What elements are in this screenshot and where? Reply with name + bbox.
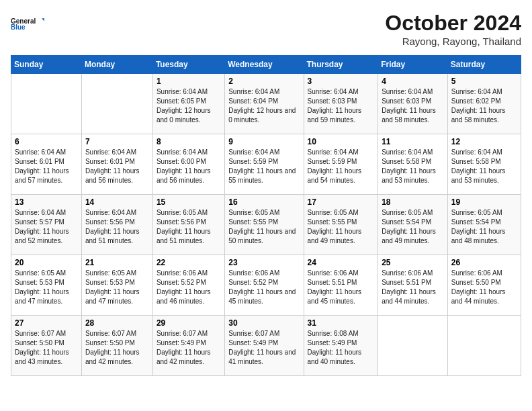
day-daylight: Daylight: 11 hours and 53 minutes. bbox=[382, 167, 436, 184]
day-daylight: Daylight: 11 hours and 58 minutes. bbox=[451, 107, 506, 124]
day-daylight: Daylight: 12 hours and 0 minutes. bbox=[157, 107, 211, 124]
week-row-3: 13 Sunrise: 6:04 AM Sunset: 5:57 PM Dayl… bbox=[11, 195, 521, 255]
day-cell: 11 Sunrise: 6:04 AM Sunset: 5:58 PM Dayl… bbox=[378, 134, 448, 195]
day-daylight: Daylight: 11 hours and 52 minutes. bbox=[15, 228, 69, 244]
week-row-2: 6 Sunrise: 6:04 AM Sunset: 6:01 PM Dayli… bbox=[11, 134, 521, 195]
day-number: 29 bbox=[157, 318, 221, 328]
day-cell: 3 Sunrise: 6:04 AM Sunset: 6:03 PM Dayli… bbox=[304, 74, 378, 134]
header-friday: Friday bbox=[378, 56, 448, 74]
header-tuesday: Tuesday bbox=[152, 56, 224, 74]
day-cell: 19 Sunrise: 6:05 AM Sunset: 5:54 PM Dayl… bbox=[447, 195, 521, 255]
day-sunset: Sunset: 6:04 PM bbox=[228, 97, 278, 105]
day-cell: 10 Sunrise: 6:04 AM Sunset: 5:59 PM Dayl… bbox=[304, 134, 378, 195]
day-daylight: Daylight: 11 hours and 42 minutes. bbox=[85, 349, 140, 365]
day-number: 16 bbox=[228, 197, 300, 207]
day-number: 23 bbox=[228, 258, 300, 267]
day-sunrise: Sunrise: 6:07 AM bbox=[228, 330, 279, 337]
day-cell: 30 Sunrise: 6:07 AM Sunset: 5:49 PM Dayl… bbox=[225, 316, 304, 376]
day-number: 7 bbox=[85, 137, 149, 146]
day-sunrise: Sunrise: 6:06 AM bbox=[451, 269, 502, 277]
day-daylight: Daylight: 12 hours and 0 minutes. bbox=[228, 107, 296, 124]
day-daylight: Daylight: 11 hours and 56 minutes. bbox=[157, 167, 211, 184]
day-daylight: Daylight: 11 hours and 51 minutes. bbox=[85, 228, 140, 244]
day-number: 4 bbox=[382, 77, 444, 86]
day-cell bbox=[378, 316, 448, 376]
day-daylight: Daylight: 11 hours and 47 minutes. bbox=[15, 288, 69, 305]
day-cell bbox=[81, 74, 152, 134]
day-cell: 24 Sunrise: 6:06 AM Sunset: 5:51 PM Dayl… bbox=[304, 255, 378, 316]
day-sunrise: Sunrise: 6:05 AM bbox=[382, 209, 433, 216]
day-daylight: Daylight: 11 hours and 57 minutes. bbox=[15, 167, 69, 184]
day-number: 27 bbox=[15, 318, 78, 328]
day-daylight: Daylight: 11 hours and 46 minutes. bbox=[157, 288, 211, 305]
day-daylight: Daylight: 11 hours and 51 minutes. bbox=[157, 228, 211, 244]
day-cell: 5 Sunrise: 6:04 AM Sunset: 6:02 PM Dayli… bbox=[447, 74, 521, 134]
day-sunrise: Sunrise: 6:04 AM bbox=[382, 148, 433, 156]
day-sunrise: Sunrise: 6:08 AM bbox=[308, 330, 359, 337]
day-sunset: Sunset: 5:49 PM bbox=[157, 339, 206, 347]
day-sunset: Sunset: 5:50 PM bbox=[15, 339, 64, 347]
day-cell: 2 Sunrise: 6:04 AM Sunset: 6:04 PM Dayli… bbox=[225, 74, 304, 134]
day-number: 24 bbox=[308, 258, 375, 267]
logo-svg: General Blue bbox=[11, 11, 44, 38]
header-thursday: Thursday bbox=[304, 56, 378, 74]
header-row: SundayMondayTuesdayWednesdayThursdayFrid… bbox=[11, 56, 521, 74]
day-number: 18 bbox=[382, 197, 444, 207]
day-cell: 8 Sunrise: 6:04 AM Sunset: 6:00 PM Dayli… bbox=[152, 134, 224, 195]
day-cell: 28 Sunrise: 6:07 AM Sunset: 5:50 PM Dayl… bbox=[81, 316, 152, 376]
day-cell: 22 Sunrise: 6:06 AM Sunset: 5:52 PM Dayl… bbox=[152, 255, 224, 316]
day-cell: 7 Sunrise: 6:04 AM Sunset: 6:01 PM Dayli… bbox=[81, 134, 152, 195]
day-number: 11 bbox=[382, 137, 444, 146]
day-sunset: Sunset: 5:51 PM bbox=[382, 279, 431, 286]
day-number: 2 bbox=[228, 77, 300, 86]
day-number: 21 bbox=[85, 258, 149, 267]
day-sunset: Sunset: 5:54 PM bbox=[451, 218, 501, 226]
day-daylight: Daylight: 11 hours and 43 minutes. bbox=[15, 349, 69, 365]
day-daylight: Daylight: 11 hours and 53 minutes. bbox=[451, 167, 506, 184]
header-monday: Monday bbox=[81, 56, 152, 74]
header-saturday: Saturday bbox=[447, 56, 521, 74]
day-sunset: Sunset: 6:02 PM bbox=[451, 97, 501, 105]
day-sunset: Sunset: 5:53 PM bbox=[15, 279, 64, 286]
day-sunset: Sunset: 5:52 PM bbox=[228, 279, 278, 286]
day-daylight: Daylight: 11 hours and 41 minutes. bbox=[228, 349, 296, 365]
day-sunrise: Sunrise: 6:05 AM bbox=[228, 209, 279, 216]
day-sunset: Sunset: 5:52 PM bbox=[157, 279, 206, 286]
day-daylight: Daylight: 11 hours and 58 minutes. bbox=[382, 107, 436, 124]
day-sunrise: Sunrise: 6:07 AM bbox=[157, 330, 208, 337]
day-daylight: Daylight: 11 hours and 42 minutes. bbox=[157, 349, 211, 365]
day-daylight: Daylight: 11 hours and 56 minutes. bbox=[85, 167, 140, 184]
day-sunset: Sunset: 6:03 PM bbox=[382, 97, 431, 105]
svg-text:Blue: Blue bbox=[11, 24, 26, 31]
day-number: 13 bbox=[15, 197, 78, 207]
day-sunrise: Sunrise: 6:05 AM bbox=[15, 269, 66, 277]
day-daylight: Daylight: 11 hours and 49 minutes. bbox=[382, 228, 436, 244]
day-sunrise: Sunrise: 6:04 AM bbox=[228, 88, 279, 95]
day-sunset: Sunset: 5:55 PM bbox=[228, 218, 278, 226]
day-number: 3 bbox=[308, 77, 375, 86]
day-sunrise: Sunrise: 6:04 AM bbox=[15, 148, 66, 156]
title-area: October 2024 Rayong, Rayong, Thailand bbox=[385, 11, 521, 47]
day-sunset: Sunset: 5:59 PM bbox=[228, 158, 278, 165]
day-cell: 16 Sunrise: 6:05 AM Sunset: 5:55 PM Dayl… bbox=[225, 195, 304, 255]
day-cell: 12 Sunrise: 6:04 AM Sunset: 5:58 PM Dayl… bbox=[447, 134, 521, 195]
page-header: General Blue October 2024 Rayong, Rayong… bbox=[11, 11, 521, 47]
day-cell: 14 Sunrise: 6:04 AM Sunset: 5:56 PM Dayl… bbox=[81, 195, 152, 255]
day-daylight: Daylight: 11 hours and 44 minutes. bbox=[451, 288, 506, 305]
day-daylight: Daylight: 11 hours and 55 minutes. bbox=[228, 167, 296, 184]
day-sunrise: Sunrise: 6:04 AM bbox=[308, 88, 359, 95]
day-cell: 9 Sunrise: 6:04 AM Sunset: 5:59 PM Dayli… bbox=[225, 134, 304, 195]
day-sunset: Sunset: 5:59 PM bbox=[308, 158, 357, 165]
svg-marker-2 bbox=[42, 18, 44, 23]
day-sunrise: Sunrise: 6:07 AM bbox=[85, 330, 136, 337]
day-sunrise: Sunrise: 6:05 AM bbox=[85, 269, 136, 277]
day-daylight: Daylight: 11 hours and 44 minutes. bbox=[382, 288, 436, 305]
day-cell: 20 Sunrise: 6:05 AM Sunset: 5:53 PM Dayl… bbox=[11, 255, 82, 316]
day-cell: 27 Sunrise: 6:07 AM Sunset: 5:50 PM Dayl… bbox=[11, 316, 82, 376]
day-number: 22 bbox=[157, 258, 221, 267]
day-sunset: Sunset: 6:05 PM bbox=[157, 97, 206, 105]
day-sunset: Sunset: 5:50 PM bbox=[85, 339, 135, 347]
day-sunrise: Sunrise: 6:04 AM bbox=[15, 209, 66, 216]
day-daylight: Daylight: 11 hours and 40 minutes. bbox=[308, 349, 362, 365]
day-cell: 15 Sunrise: 6:05 AM Sunset: 5:56 PM Dayl… bbox=[152, 195, 224, 255]
